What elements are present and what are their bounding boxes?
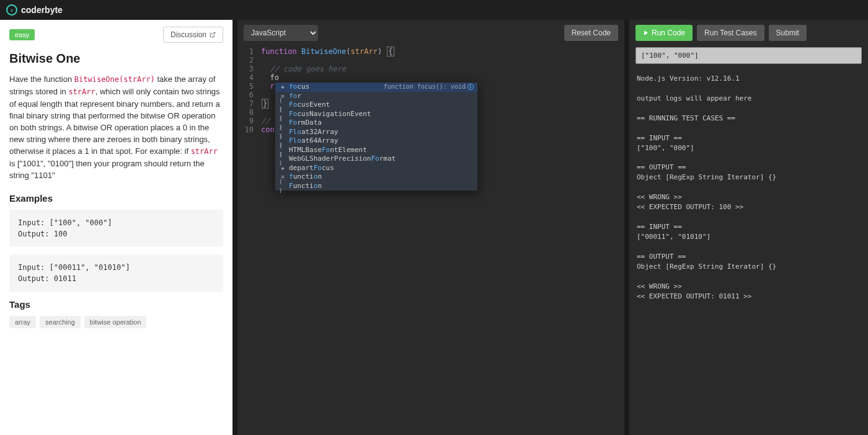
run-code-button[interactable]: Run Code (636, 25, 693, 41)
example-box: Input: ["00011", "01010"] Output: 01011 (9, 254, 223, 292)
autocomplete-label: HTMLBaseFontElement (289, 146, 367, 155)
param-name: strArr (68, 87, 95, 96)
tag[interactable]: searching (40, 316, 81, 328)
autocomplete-item[interactable]: { }Float64Array (275, 137, 477, 146)
editor-toolbar: JavaScript Reset Code (237, 20, 624, 46)
problem-header-row: easy Discussion (0, 20, 232, 48)
discussion-button[interactable]: Discussion (163, 27, 223, 43)
output-log: Node.js Version: v12.16.1 output logs wi… (629, 70, 868, 435)
brand-name: coderbyte (21, 5, 63, 15)
svg-marker-1 (644, 30, 648, 35)
language-select[interactable]: JavaScript (244, 25, 318, 41)
output-panel: Run Code Run Test Cases Submit Node.js V… (629, 20, 868, 435)
play-icon (643, 30, 649, 36)
test-input-field[interactable] (636, 47, 862, 64)
autocomplete-label: FormData (289, 119, 322, 127)
autocomplete-label: Function (289, 182, 322, 191)
autocomplete-item[interactable]: { }FocusEvent (275, 101, 477, 110)
app-header: › coderbyte (0, 0, 868, 20)
cube-icon: ◈ (279, 83, 286, 91)
cube-icon: ◈ (279, 164, 286, 172)
code-area[interactable]: function BitwiseOne(strArr) { // code go… (261, 47, 624, 435)
autocomplete-item[interactable]: { }FocusNavigationEvent (275, 110, 477, 119)
braces-icon: { } (279, 155, 286, 163)
autocomplete-item[interactable]: { }HTMLBaseFontElement (275, 146, 477, 155)
autocomplete-label: focus (289, 83, 309, 91)
example-output: Output: 01011 (18, 273, 215, 284)
param-name: strArr (191, 147, 218, 156)
problem-panel: easy Discussion Bitwise One Have the fun… (0, 20, 232, 435)
brand-logo[interactable]: › coderbyte (6, 4, 63, 16)
tag[interactable]: bitwise operation (84, 316, 147, 328)
code-editor[interactable]: 12345678910 function BitwiseOne(strArr) … (237, 46, 624, 435)
editor-panel: JavaScript Reset Code 12345678910 functi… (232, 20, 629, 435)
autocomplete-label: function (289, 173, 322, 181)
autocomplete-item[interactable]: { }WebGLShaderPrecisionFormat (275, 155, 477, 164)
autocomplete-label: Float64Array (289, 137, 338, 145)
autocomplete-label: WebGLShaderPrecisionFormat (289, 155, 396, 163)
example-input: Input: ["00011", "01010"] (18, 262, 215, 273)
autocomplete-hint: function focus(): void i (384, 83, 474, 91)
autocomplete-label: FocusEvent (289, 101, 330, 109)
tags-row: array searching bitwise operation (9, 316, 223, 328)
autocomplete-item[interactable]: { }Float32Array (275, 128, 477, 137)
line-gutter: 12345678910 (237, 47, 261, 435)
braces-icon: { } (279, 182, 286, 190)
svg-line-0 (212, 32, 215, 35)
run-toolbar: Run Code Run Test Cases Submit (629, 20, 868, 46)
autocomplete-popup[interactable]: ◈focusfunction focus(): void i≡for{ }Foc… (275, 82, 478, 191)
autocomplete-item[interactable]: ≡for (275, 92, 477, 101)
run-tests-button[interactable]: Run Test Cases (697, 25, 764, 41)
autocomplete-item[interactable]: { }FormData (275, 119, 477, 128)
example-output: Output: 100 (18, 228, 215, 240)
problem-description: Have the function BitwiseOne(strArr) tak… (9, 73, 223, 182)
discussion-label: Discussion (170, 30, 206, 39)
submit-button[interactable]: Submit (769, 25, 807, 41)
autocomplete-label: FocusNavigationEvent (289, 110, 371, 119)
tags-heading: Tags (9, 299, 223, 310)
problem-body: Bitwise One Have the function BitwiseOne… (0, 48, 232, 338)
main-layout: easy Discussion Bitwise One Have the fun… (0, 20, 868, 435)
tag[interactable]: array (9, 316, 36, 328)
autocomplete-label: for (289, 92, 301, 101)
autocomplete-item[interactable]: ◈departFocus (275, 164, 477, 173)
external-link-icon (210, 32, 216, 38)
example-input: Input: ["100", "000"] (18, 217, 215, 228)
autocomplete-label: departFocus (289, 164, 334, 173)
difficulty-badge: easy (9, 29, 35, 40)
logo-icon: › (6, 4, 17, 16)
examples-heading: Examples (9, 193, 223, 204)
autocomplete-item[interactable]: ◈focusfunction focus(): void i (275, 83, 477, 92)
autocomplete-item[interactable]: { }Function (275, 182, 477, 191)
autocomplete-item[interactable]: ≡function (275, 173, 477, 182)
func-signature: BitwiseOne(strArr) (74, 75, 155, 84)
example-box: Input: ["100", "000"] Output: 100 (9, 210, 223, 247)
autocomplete-label: Float32Array (289, 128, 338, 137)
problem-title: Bitwise One (9, 52, 223, 66)
reset-code-button[interactable]: Reset Code (564, 25, 618, 41)
